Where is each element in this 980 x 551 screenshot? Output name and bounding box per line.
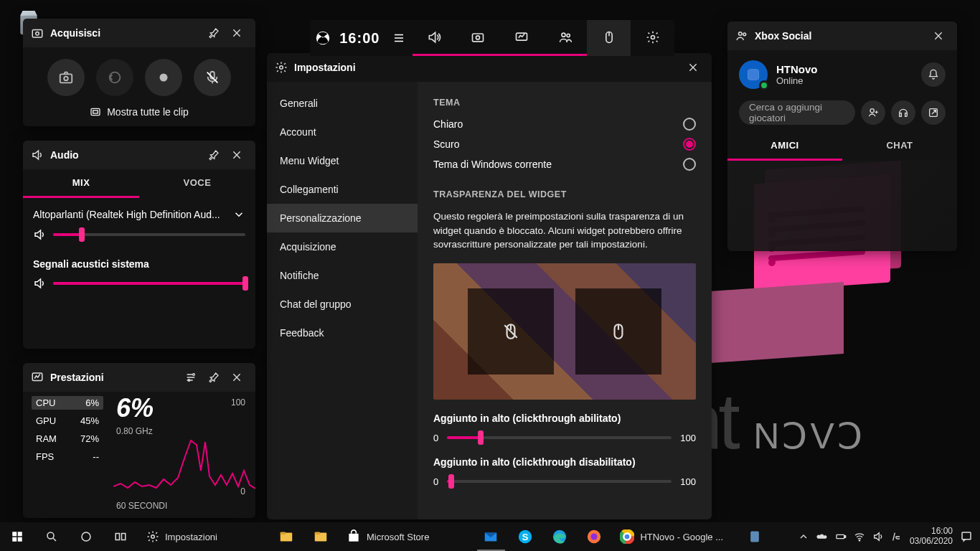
- nav-personalizzazione[interactable]: Personalizzazione: [267, 204, 418, 232]
- cortana-button[interactable]: [69, 522, 103, 551]
- settings-button[interactable]: [179, 366, 202, 389]
- svg-point-7: [110, 72, 121, 83]
- perf-stat-gpu[interactable]: GPU45%: [32, 414, 103, 428]
- svg-point-13: [193, 374, 195, 376]
- theme-option-light[interactable]: Chiaro: [433, 118, 696, 131]
- transparency-slider2-label: Aggiunto in alto (clickthrough disabilit…: [433, 456, 696, 468]
- slider2-max: 100: [680, 476, 696, 487]
- record-button[interactable]: [145, 59, 182, 96]
- perf-stat-cpu[interactable]: CPU6%: [32, 396, 103, 410]
- pin-button[interactable]: [202, 143, 225, 166]
- nav-account[interactable]: Account: [267, 118, 418, 146]
- taskbar-app-notes[interactable]: [738, 522, 772, 551]
- topbar-audio-button[interactable]: [413, 20, 456, 56]
- pin-button[interactable]: [202, 366, 225, 389]
- tray-action-center-button[interactable]: [960, 530, 973, 543]
- topbar-social-button[interactable]: [543, 20, 587, 56]
- show-all-clips-label: Mostra tutte le clip: [107, 106, 189, 118]
- theme-option-windows[interactable]: Tema di Windows corrente: [433, 158, 696, 171]
- tray-volume-icon[interactable]: [872, 531, 884, 542]
- taskbar-app-explorer[interactable]: [269, 522, 303, 551]
- profile-status: Online: [776, 75, 818, 86]
- svg-point-29: [739, 32, 743, 36]
- tray-clock[interactable]: 16:00 03/06/2020: [910, 527, 953, 547]
- performance-icon: [30, 370, 44, 385]
- perf-ymax: 100: [231, 397, 245, 408]
- taskbar-app-skype[interactable]: S: [508, 522, 542, 551]
- topbar-capture-button[interactable]: [456, 20, 500, 56]
- tray-battery-icon[interactable]: [835, 531, 847, 542]
- share-button[interactable]: [921, 100, 946, 125]
- close-button[interactable]: [225, 22, 248, 44]
- close-button[interactable]: [225, 366, 248, 389]
- tray-overflow-button[interactable]: [798, 531, 809, 542]
- svg-rect-32: [748, 70, 759, 80]
- topbar-mouse-button[interactable]: [587, 20, 631, 56]
- nav-generali[interactable]: Generali: [267, 89, 418, 118]
- record-last-button[interactable]: [96, 59, 133, 96]
- preview-card-clickthrough-off: [575, 288, 661, 375]
- nav-feedback[interactable]: Feedback: [267, 319, 418, 347]
- taskbar-app-explorer-2[interactable]: [303, 522, 338, 551]
- search-players-input[interactable]: Cerca o aggiungi giocatori: [739, 100, 855, 125]
- perf-headline: 6%: [116, 393, 154, 423]
- close-button[interactable]: [682, 56, 705, 79]
- transparency-slider-enabled[interactable]: [447, 436, 672, 439]
- topbar-settings-button[interactable]: [631, 20, 674, 56]
- taskbar-store-label: Microsoft Store: [367, 532, 429, 542]
- nav-notifiche[interactable]: Notifiche: [267, 261, 418, 290]
- show-all-clips-link[interactable]: Mostra tutte le clip: [33, 106, 245, 118]
- pin-button[interactable]: [202, 22, 225, 44]
- chevron-down-icon: [232, 208, 245, 221]
- svg-rect-41: [116, 534, 119, 540]
- svg-rect-16: [473, 34, 484, 42]
- tab-chat[interactable]: CHAT: [842, 132, 957, 161]
- tray-input-icon[interactable]: [891, 531, 903, 542]
- radio-icon: [683, 138, 696, 151]
- topbar-menu-button[interactable]: [385, 20, 413, 56]
- headset-button[interactable]: [891, 100, 915, 125]
- tab-voice[interactable]: VOCE: [139, 169, 255, 198]
- nav-menu-widget[interactable]: Menu Widget: [267, 146, 418, 175]
- xbox-icon[interactable]: [315, 30, 331, 46]
- tab-friends[interactable]: AMICI: [727, 132, 842, 161]
- system-volume-slider[interactable]: [53, 282, 245, 285]
- device-volume-slider[interactable]: [53, 233, 245, 236]
- mic-toggle-button[interactable]: [194, 59, 231, 96]
- theme-option-dark[interactable]: Scuro: [433, 138, 696, 151]
- topbar-performance-button[interactable]: [499, 20, 543, 56]
- svg-point-20: [567, 34, 570, 37]
- nav-collegamenti[interactable]: Collegamenti: [267, 175, 418, 204]
- svg-rect-60: [750, 532, 759, 542]
- svg-point-63: [859, 540, 859, 541]
- search-button[interactable]: [34, 522, 69, 551]
- notifications-button[interactable]: [921, 62, 946, 87]
- tray-wifi-icon[interactable]: [854, 531, 865, 542]
- output-device-select[interactable]: Altoparlanti (Realtek High Definition Au…: [33, 208, 245, 221]
- taskbar-app-edge[interactable]: [542, 522, 577, 551]
- find-player-button[interactable]: [861, 100, 885, 125]
- taskbar-app-firefox[interactable]: [577, 522, 611, 551]
- system-tray: 16:00 03/06/2020: [791, 527, 980, 547]
- taskbar-app-store[interactable]: Microsoft Store: [338, 522, 438, 551]
- perf-stat-ram[interactable]: RAM72%: [32, 432, 103, 446]
- taskbar-app-settings[interactable]: Impostazioni: [138, 522, 226, 551]
- screenshot-button[interactable]: [47, 59, 85, 96]
- nav-chat-gruppo[interactable]: Chat del gruppo: [267, 290, 418, 319]
- tray-onedrive-icon[interactable]: [816, 531, 828, 542]
- close-button[interactable]: [225, 143, 248, 166]
- close-button[interactable]: [927, 24, 950, 47]
- gallery-icon: [90, 106, 101, 118]
- svg-rect-35: [12, 532, 17, 536]
- perf-stat-fps[interactable]: FPS--: [32, 450, 103, 463]
- taskbar-app-mail[interactable]: [473, 522, 508, 551]
- taskbar-app-chrome[interactable]: HTNovo - Google ...: [611, 522, 738, 551]
- taskbar-chrome-label: HTNovo - Google ...: [640, 532, 723, 542]
- transparency-slider-disabled[interactable]: [447, 480, 672, 483]
- chrome-icon: [620, 529, 634, 544]
- start-button[interactable]: [0, 522, 34, 551]
- task-view-button[interactable]: [103, 522, 138, 551]
- nav-acquisizione[interactable]: Acquisizione: [267, 232, 418, 261]
- own-profile[interactable]: HTNovo Online: [735, 53, 950, 96]
- tab-mix[interactable]: MIX: [23, 169, 139, 198]
